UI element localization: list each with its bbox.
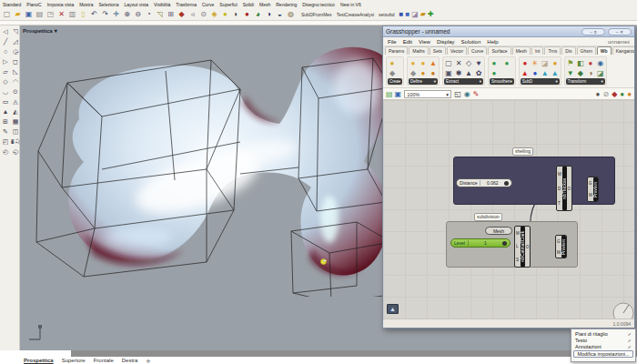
menu-item[interactable]: Standard	[3, 2, 21, 7]
input-pin[interactable]: G	[589, 181, 592, 186]
menu-item[interactable]: Imposta vista	[47, 2, 74, 7]
tool-icon[interactable]: ▲	[1, 107, 10, 116]
component-icon[interactable]: ✳	[531, 58, 540, 68]
component-tab[interactable]: Sets	[430, 46, 446, 55]
toolbar-icon[interactable]: ⊕	[122, 9, 132, 19]
tool-icon[interactable]: ◹	[11, 27, 20, 36]
grasshopper-window[interactable]: Grasshopper - unnamed ⌐ ¤ – ✕ File Edit …	[382, 25, 635, 329]
input-pin[interactable]: M	[558, 172, 561, 177]
menu-edit[interactable]: Edit	[403, 39, 412, 45]
wbthicken-component[interactable]: M D T wbThicken O	[556, 166, 572, 211]
component-icon[interactable]: ▼	[566, 68, 575, 78]
output-pin[interactable]: O	[526, 245, 530, 249]
menu-item[interactable]: Solidi	[243, 2, 254, 7]
preview-mode-icon[interactable]: ⊘	[602, 89, 609, 99]
component-tab[interactable]: Vector	[447, 46, 467, 55]
edit-settings-button[interactable]: Modifica impostazioni...	[573, 350, 633, 358]
tool-icon[interactable]: ◭	[11, 107, 20, 116]
input-pin[interactable]: M	[516, 231, 520, 236]
toolbar-icon[interactable]: ◕	[253, 9, 263, 19]
toolbar-icon[interactable]: ✕	[56, 9, 66, 19]
viewport-tab[interactable]: Superiore	[62, 358, 86, 363]
menu-help[interactable]: Help	[487, 39, 498, 45]
mesh-param-capsule[interactable]: Mesh	[485, 227, 512, 235]
canvas-view-icon[interactable]: ◉	[464, 89, 470, 99]
zoom-select[interactable]: 100% ▾	[404, 90, 451, 98]
toolbar-icon[interactable]: ◆	[177, 9, 187, 19]
toolbar-icon[interactable]: ◑	[264, 9, 274, 19]
toolbar-icon[interactable]: ◍	[286, 9, 296, 19]
menu-item[interactable]: Curve	[202, 2, 214, 7]
slider-grip[interactable]	[504, 181, 509, 186]
tool-icon[interactable]: ◡	[1, 87, 10, 96]
component-icon[interactable]: ▲	[464, 68, 473, 78]
preview-mode-icon[interactable]: ●	[620, 89, 624, 99]
window-controls-button[interactable]: – ✕	[608, 28, 632, 35]
toolbar-icon[interactable]: ◈	[209, 9, 219, 19]
chevron-down-icon[interactable]: ▾	[480, 78, 481, 85]
menu-item[interactable]: Mesh	[259, 2, 270, 7]
grasshopper-canvas[interactable]: shelling Distance 0.062 M D T wbThicken …	[383, 100, 634, 319]
menu-item[interactable]: Mostra	[79, 2, 93, 7]
tool-icon[interactable]: ▦	[11, 117, 20, 126]
input-pin[interactable]: T	[558, 201, 561, 206]
canvas-file-icon[interactable]: ▤	[386, 89, 393, 99]
component-icon[interactable]: ●	[419, 68, 428, 78]
scrollbar-track[interactable]	[71, 350, 637, 357]
toolbar-icon[interactable]: ⊖	[133, 9, 143, 19]
chevron-down-icon[interactable]: ▾	[399, 78, 400, 85]
component-icon[interactable]: ●	[490, 58, 499, 68]
popup-item[interactable]: Annotazioni ✓	[571, 343, 635, 349]
preview-mode-icon[interactable]: ●	[627, 89, 632, 99]
toolbar-icon[interactable]: ●	[220, 9, 230, 19]
new-viewport-button[interactable]: ✛	[146, 358, 150, 364]
viewport-tab[interactable]: Prospettica	[24, 358, 54, 363]
check-icon[interactable]: ✓	[628, 338, 632, 343]
tool-icon[interactable]: ▷	[1, 57, 10, 66]
chevron-down-icon[interactable]: ▾	[511, 78, 512, 85]
toolbar-icon[interactable]: ■	[405, 9, 410, 19]
tool-icon[interactable]: ◬	[11, 97, 20, 106]
chevron-down-icon[interactable]: ▾	[446, 91, 449, 97]
menu-item[interactable]: Disegno tecnico	[302, 2, 335, 7]
popup-item[interactable]: Testo ✓	[571, 337, 635, 343]
component-icon[interactable]: ♥	[474, 58, 483, 68]
chevron-down-icon[interactable]: ▾	[434, 78, 436, 85]
component-icon[interactable]: ▲	[429, 58, 438, 68]
input-pin[interactable]: M	[557, 250, 561, 255]
component-icon[interactable]: ●	[551, 58, 560, 68]
tool-icon[interactable]: ◠	[11, 77, 20, 86]
tool-icon[interactable]: ⊞	[1, 117, 10, 126]
tool-icon[interactable]: ◴	[1, 147, 10, 157]
component-icon[interactable]: ▢	[444, 58, 453, 68]
toolbar-icon[interactable]: ↶	[89, 9, 99, 19]
panel-group-label[interactable]: Smoothen▾	[490, 78, 514, 85]
component-icon[interactable]: ▲	[541, 68, 550, 78]
component-tab[interactable]: Trns	[544, 46, 561, 55]
toolbar-icon[interactable]: ◳	[46, 9, 56, 19]
tool-icon[interactable]: ▱	[1, 67, 10, 76]
tool-icon[interactable]: ◻	[11, 57, 20, 66]
component-icon[interactable]: ●	[502, 58, 511, 68]
component-icon[interactable]: ◪	[596, 68, 605, 78]
component-icon[interactable]: ◆	[576, 68, 585, 78]
toolbar-icon[interactable]: ▤	[35, 9, 45, 19]
menu-view[interactable]: View	[419, 39, 430, 45]
document-name[interactable]: unnamed	[608, 39, 630, 45]
component-tab[interactable]: Surface	[488, 46, 511, 55]
toolbar-icon[interactable]: ⊙	[198, 9, 208, 19]
component-icon[interactable]: ◆	[388, 68, 397, 78]
input-pin[interactable]: M	[589, 193, 592, 197]
component-icon[interactable]: ●	[531, 68, 540, 78]
toolbar-icon[interactable]: ✛	[111, 9, 121, 19]
panel-group-label[interactable]: Define▾	[409, 78, 438, 85]
panel-group-label[interactable]: SubD▾	[521, 78, 560, 85]
tool-icon[interactable]: ╱	[1, 37, 10, 46]
component-icon[interactable]: ◇	[464, 58, 473, 68]
preview-mode-icon[interactable]: ◆	[612, 89, 617, 99]
toolbar-icon[interactable]: ◹	[155, 9, 165, 19]
menu-item[interactable]: Seleziona	[98, 2, 118, 7]
component-icon[interactable]: ●	[409, 58, 418, 68]
component-icon[interactable]: ▲	[521, 68, 530, 78]
menu-display[interactable]: Display	[437, 39, 455, 45]
